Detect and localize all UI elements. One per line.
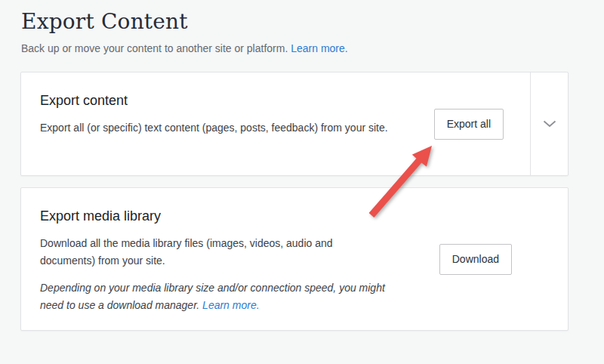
export-media-card-description: Download all the media library files (im… [40, 235, 385, 270]
export-content-card-action: Export all [434, 72, 530, 175]
export-settings-page: Export Content Back up or move your cont… [0, 0, 604, 331]
page-subtitle: Back up or move your content to another … [21, 41, 569, 56]
export-media-card: Export media library Download all the me… [20, 187, 569, 331]
export-all-button[interactable]: Export all [434, 109, 504, 140]
page-title: Export Content [21, 9, 569, 35]
chevron-down-icon [543, 120, 556, 128]
export-content-card: Export content Export all (or specific) … [20, 72, 569, 176]
export-content-card-title: Export content [40, 91, 434, 110]
export-content-expand-toggle[interactable] [530, 72, 568, 175]
media-learn-more-link[interactable]: Learn more. [202, 299, 259, 311]
export-media-card-body: Export media library Download all the me… [21, 188, 439, 330]
export-content-card-body: Export content Export all (or specific) … [21, 72, 434, 175]
export-media-card-action: Download [439, 188, 568, 330]
download-button[interactable]: Download [439, 244, 512, 275]
page-subtitle-text: Back up or move your content to another … [21, 42, 288, 54]
learn-more-link[interactable]: Learn more. [291, 42, 347, 54]
export-media-card-note: Depending on your media library size and… [40, 279, 385, 314]
export-media-card-title: Export media library [40, 206, 439, 226]
export-content-card-description: Export all (or specific) text content (p… [40, 119, 408, 137]
